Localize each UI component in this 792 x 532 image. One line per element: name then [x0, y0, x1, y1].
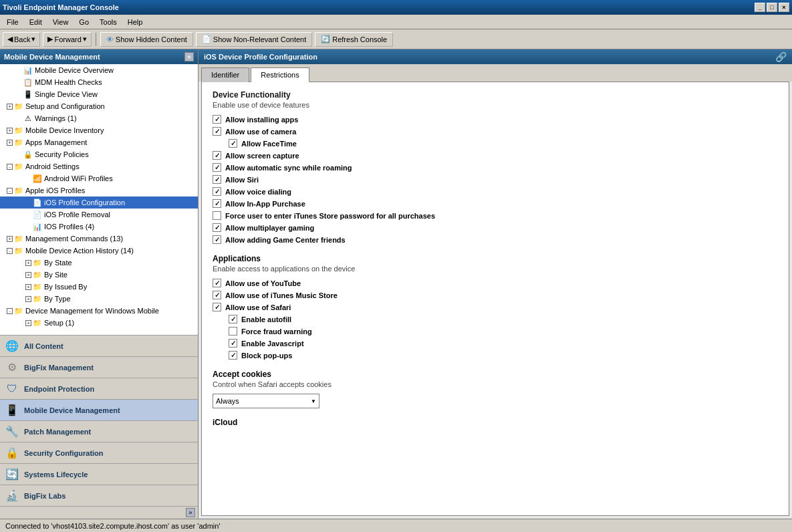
tree-item-mdm-health-checks[interactable]: 📋MDM Health Checks — [0, 76, 198, 88]
config-content[interactable]: Device Functionality Enable use of devic… — [201, 82, 789, 516]
refresh-button[interactable]: 🔄 Refresh Console — [315, 32, 393, 47]
checkbox-row-allow-multiplayer-gaming[interactable]: Allow multiplayer gaming — [213, 223, 778, 233]
tree-item-mobile-device-inventory[interactable]: +📁Mobile Device Inventory — [0, 124, 198, 136]
checkbox-row-allow-siri[interactable]: Allow Siri — [213, 174, 778, 184]
checkbox-allow-siri[interactable] — [213, 175, 221, 184]
checkbox-enable-autofill[interactable] — [229, 315, 237, 323]
tree-expand-icon[interactable]: + — [25, 296, 31, 302]
tree-item-ios-profile-removal[interactable]: 📄iOS Profile Removal — [0, 209, 198, 221]
checkbox-force-itunes-password[interactable] — [213, 211, 221, 220]
tree-item-apps-management[interactable]: +📁Apps Management — [0, 136, 198, 148]
menu-file[interactable]: File — [1, 17, 24, 27]
sidebar-expand-button[interactable]: » — [0, 506, 198, 519]
nav-section-security-configuration[interactable]: 🔒 Security Configuration — [0, 442, 198, 463]
checkbox-row-allow-safari[interactable]: Allow use of Safari — [213, 302, 778, 312]
tree-item-by-type[interactable]: +📁By Type — [0, 293, 198, 305]
menu-tools[interactable]: Tools — [94, 17, 122, 27]
checkbox-allow-facetime[interactable] — [229, 139, 237, 148]
checkbox-allow-camera[interactable] — [213, 127, 221, 136]
tree-item-mobile-device-overview[interactable]: 📊Mobile Device Overview — [0, 64, 198, 76]
menu-view[interactable]: View — [47, 17, 74, 27]
tree-item-warnings[interactable]: ⚠Warnings (1) — [0, 112, 198, 124]
checkbox-force-fraud-warning[interactable] — [229, 327, 237, 336]
tree-item-android-wifi-profiles[interactable]: 📶Android WiFi Profiles — [0, 172, 198, 184]
tab-restrictions[interactable]: Restrictions — [251, 68, 309, 82]
nav-section-mobile-device-management[interactable]: 📱 Mobile Device Management — [0, 399, 198, 420]
forward-dropdown-icon[interactable]: ▾ — [83, 35, 87, 43]
checkbox-row-enable-javascript[interactable]: Enable Javascript — [229, 338, 778, 348]
checkbox-row-allow-game-center-friends[interactable]: Allow adding Game Center friends — [213, 235, 778, 245]
tree-expand-icon[interactable]: + — [25, 272, 31, 278]
checkbox-block-popups[interactable] — [229, 351, 237, 360]
checkbox-row-allow-youtube[interactable]: Allow use of YouTube — [213, 278, 778, 288]
back-button[interactable]: ◀ Back ▾ — [3, 32, 40, 47]
back-dropdown-icon[interactable]: ▾ — [31, 35, 35, 43]
tree-expand-icon[interactable]: + — [25, 260, 31, 266]
checkbox-allow-screen-capture[interactable] — [213, 151, 221, 160]
checkbox-allow-multiplayer-gaming[interactable] — [213, 223, 221, 232]
tree-expand-icon[interactable]: - — [7, 308, 13, 314]
checkbox-allow-in-app-purchase[interactable] — [213, 199, 221, 208]
tree-expand-icon[interactable]: + — [25, 320, 31, 326]
menu-edit[interactable]: Edit — [24, 17, 47, 27]
checkbox-row-allow-facetime[interactable]: Allow FaceTime — [229, 138, 778, 148]
sidebar-collapse-button[interactable]: « — [184, 52, 194, 61]
title-bar-controls[interactable]: _ □ × — [755, 3, 789, 12]
tree-item-ios-profiles[interactable]: 📊IOS Profiles (4) — [0, 221, 198, 233]
tree-item-apple-ios-profiles[interactable]: -📁Apple iOS Profiles — [0, 184, 198, 196]
menu-help[interactable]: Help — [122, 17, 148, 27]
menu-go[interactable]: Go — [74, 17, 94, 27]
maximize-button[interactable]: □ — [767, 3, 777, 12]
checkbox-allow-auto-sync-roaming[interactable] — [213, 163, 221, 172]
show-nonrelevant-button[interactable]: 📄 Show Non-Relevant Content — [196, 32, 312, 47]
checkbox-allow-game-center-friends[interactable] — [213, 235, 221, 244]
nav-section-all-content[interactable]: 🌐 All Content — [0, 335, 198, 356]
tree-expand-icon[interactable]: + — [7, 236, 13, 242]
tree-expand-icon[interactable]: + — [7, 128, 13, 134]
minimize-button[interactable]: _ — [755, 3, 765, 12]
checkbox-allow-youtube[interactable] — [213, 279, 221, 287]
checkbox-enable-javascript[interactable] — [229, 339, 237, 348]
nav-section-systems-lifecycle[interactable]: 🔄 Systems Lifecycle — [0, 463, 198, 485]
checkbox-row-allow-installing-apps[interactable]: Allow installing apps — [213, 114, 778, 124]
tree-expand-icon[interactable]: - — [7, 164, 13, 170]
tree-item-ios-profile-configuration[interactable]: 📄iOS Profile Configuration — [0, 196, 198, 209]
expand-icon[interactable]: » — [186, 508, 195, 517]
nav-section-patch-management[interactable]: 🔧 Patch Management — [0, 420, 198, 442]
forward-button[interactable]: ▶ Forward ▾ — [43, 32, 91, 47]
tree-expand-icon[interactable]: + — [7, 104, 13, 110]
tree-item-setup-configuration[interactable]: +📁Setup and Configuration — [0, 100, 198, 112]
checkbox-row-allow-camera[interactable]: Allow use of camera — [213, 126, 778, 136]
checkbox-allow-voice-dialing[interactable] — [213, 187, 221, 196]
checkbox-allow-itunes-music[interactable] — [213, 291, 221, 299]
tree-item-by-state[interactable]: +📁By State — [0, 257, 198, 269]
checkbox-row-allow-voice-dialing[interactable]: Allow voice dialing — [213, 186, 778, 196]
checkbox-row-block-popups[interactable]: Block pop-ups — [229, 350, 778, 360]
checkbox-allow-installing-apps[interactable] — [213, 115, 221, 124]
checkbox-row-force-fraud-warning[interactable]: Force fraud warning — [229, 326, 778, 336]
tree-expand-icon[interactable]: + — [7, 140, 13, 146]
tree-item-by-issued-by[interactable]: +📁By Issued By — [0, 281, 198, 293]
checkbox-row-enable-autofill[interactable]: Enable autofill — [229, 314, 778, 324]
tree-expand-icon[interactable]: - — [7, 188, 13, 194]
tree-item-setup-1[interactable]: +📁Setup (1) — [0, 317, 198, 329]
tree-item-management-commands[interactable]: +📁Management Commands (13) — [0, 233, 198, 245]
tree-item-by-site[interactable]: +📁By Site — [0, 269, 198, 281]
sidebar-tree[interactable]: 📊Mobile Device Overview📋MDM Health Check… — [0, 64, 198, 335]
nav-section-endpoint-protection[interactable]: 🛡 Endpoint Protection — [0, 378, 198, 399]
close-button[interactable]: × — [779, 3, 789, 12]
tree-item-device-management-windows[interactable]: -📁Device Management for Windows Mobile — [0, 305, 198, 317]
accept-cookies-dropdown[interactable]: Always ▼ — [213, 394, 319, 408]
tree-expand-icon[interactable]: - — [7, 248, 13, 254]
tab-identifier[interactable]: Identifier — [201, 68, 249, 82]
checkbox-row-allow-in-app-purchase[interactable]: Allow In-App Purchase — [213, 198, 778, 209]
tree-item-mobile-device-action-history[interactable]: -📁Mobile Device Action History (14) — [0, 245, 198, 257]
checkbox-allow-safari[interactable] — [213, 303, 221, 311]
nav-section-bigfix-management[interactable]: ⚙ BigFix Management — [0, 356, 198, 378]
show-hidden-button[interactable]: 👁 Show Hidden Content — [100, 32, 193, 47]
checkbox-row-allow-itunes-music[interactable]: Allow use of iTunes Music Store — [213, 290, 778, 300]
tree-item-single-device-view[interactable]: 📱Single Device View — [0, 88, 198, 100]
tree-item-android-settings[interactable]: -📁Android Settings — [0, 160, 198, 172]
nav-section-bigfix-labs[interactable]: 🔬 BigFix Labs — [0, 485, 198, 506]
checkbox-row-allow-auto-sync-roaming[interactable]: Allow automatic sync while roaming — [213, 162, 778, 172]
